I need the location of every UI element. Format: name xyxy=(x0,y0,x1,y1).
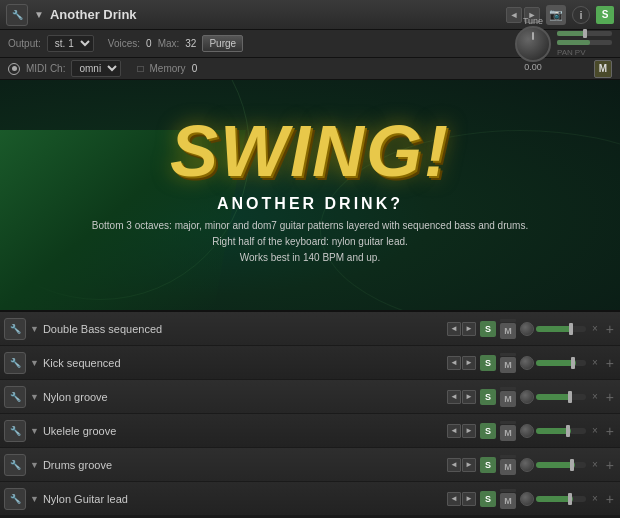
instrument-icon-0: 🔧 xyxy=(4,318,26,340)
instrument-icon-2: 🔧 xyxy=(4,386,26,408)
row-m-area-2: M xyxy=(500,387,516,407)
row-m-indicator-4 xyxy=(500,455,516,458)
row-prev-1[interactable]: ◄ xyxy=(447,356,461,370)
row-m-indicator-3 xyxy=(500,421,516,424)
row-m-area-3: M xyxy=(500,421,516,441)
row-m-area-4: M xyxy=(500,455,516,475)
row-fader-5[interactable] xyxy=(536,496,586,502)
row-collapse-1[interactable]: ▼ xyxy=(30,358,39,368)
row-m-area-0: M xyxy=(500,319,516,339)
purge-button[interactable]: Purge xyxy=(202,35,243,52)
row-prev-4[interactable]: ◄ xyxy=(447,458,461,472)
instrument-name-4: Drums groove xyxy=(43,459,443,471)
row-prev-0[interactable]: ◄ xyxy=(447,322,461,336)
row-m-button-5[interactable]: M xyxy=(500,493,516,509)
output-select[interactable]: st. 1 xyxy=(47,35,94,52)
row-nav-3: ◄ ► xyxy=(447,424,476,438)
row-s-button-1[interactable]: S xyxy=(480,355,496,371)
row-plus-button-2[interactable]: + xyxy=(604,389,616,405)
instrument-row: 🔧 ▼ Ukelele groove ◄ ► S M × + xyxy=(0,414,620,448)
row-m-button-1[interactable]: M xyxy=(500,357,516,373)
row-collapse-2[interactable]: ▼ xyxy=(30,392,39,402)
row-fader-3[interactable] xyxy=(536,428,586,434)
row-m-indicator-0 xyxy=(500,319,516,322)
collapse-toggle[interactable]: ▼ xyxy=(34,9,44,20)
row-close-button-4[interactable]: × xyxy=(590,459,600,470)
row-knob-3[interactable] xyxy=(520,424,534,438)
row-knob-1[interactable] xyxy=(520,356,534,370)
row-next-0[interactable]: ► xyxy=(462,322,476,336)
row-plus-button-0[interactable]: + xyxy=(604,321,616,337)
instrument-description: Bottom 3 octaves: major, minor and dom7 … xyxy=(0,218,620,266)
instrument-name-3: Ukelele groove xyxy=(43,425,443,437)
row-fader-thumb-0 xyxy=(569,323,573,335)
memory-value: 0 xyxy=(192,63,198,74)
row-nav-2: ◄ ► xyxy=(447,390,476,404)
instrument-area: SWING! ANOTHER DRINK? Bottom 3 octaves: … xyxy=(0,80,620,310)
row-next-1[interactable]: ► xyxy=(462,356,476,370)
row-collapse-0[interactable]: ▼ xyxy=(30,324,39,334)
row-close-button-1[interactable]: × xyxy=(590,357,600,368)
instrument-name-0: Double Bass sequenced xyxy=(43,323,443,335)
row-next-3[interactable]: ► xyxy=(462,424,476,438)
instrument-title: Another Drink xyxy=(50,7,500,22)
instrument-list: 🔧 ▼ Double Bass sequenced ◄ ► S M × + 🔧 … xyxy=(0,310,620,516)
midi-icon xyxy=(8,63,20,75)
row-close-button-5[interactable]: × xyxy=(590,493,600,504)
pan-min-label: PAN xyxy=(557,48,573,57)
row-prev-3[interactable]: ◄ xyxy=(447,424,461,438)
row-next-2[interactable]: ► xyxy=(462,390,476,404)
row-fader-area-5 xyxy=(520,492,586,506)
row-s-button-4[interactable]: S xyxy=(480,457,496,473)
tune-knob[interactable] xyxy=(515,26,551,62)
row-fader-2[interactable] xyxy=(536,394,586,400)
row-plus-button-5[interactable]: + xyxy=(604,491,616,507)
instrument-icon-3: 🔧 xyxy=(4,420,26,442)
row-collapse-5[interactable]: ▼ xyxy=(30,494,39,504)
midi-select[interactable]: omni xyxy=(71,60,121,77)
row-next-5[interactable]: ► xyxy=(462,492,476,506)
m-button-main[interactable]: M xyxy=(594,60,612,78)
instrument-row: 🔧 ▼ Double Bass sequenced ◄ ► S M × + xyxy=(0,312,620,346)
row-knob-0[interactable] xyxy=(520,322,534,336)
row-m-button-2[interactable]: M xyxy=(500,391,516,407)
row-collapse-3[interactable]: ▼ xyxy=(30,426,39,436)
row-fader-area-1 xyxy=(520,356,586,370)
row-s-button-5[interactable]: S xyxy=(480,491,496,507)
row-m-button-4[interactable]: M xyxy=(500,459,516,475)
row-s-button-0[interactable]: S xyxy=(480,321,496,337)
row-fader-fill-5 xyxy=(536,496,573,502)
another-drink-title: ANOTHER DRINK? xyxy=(0,195,620,213)
row-prev-2[interactable]: ◄ xyxy=(447,390,461,404)
row-nav-1: ◄ ► xyxy=(447,356,476,370)
row-knob-2[interactable] xyxy=(520,390,534,404)
row-next-4[interactable]: ► xyxy=(462,458,476,472)
voices-label: Voices: xyxy=(108,38,140,49)
row-prev-5[interactable]: ◄ xyxy=(447,492,461,506)
row-knob-5[interactable] xyxy=(520,492,534,506)
row-plus-button-4[interactable]: + xyxy=(604,457,616,473)
row-plus-button-3[interactable]: + xyxy=(604,423,616,439)
max-value: 32 xyxy=(185,38,196,49)
row-fader-area-4 xyxy=(520,458,586,472)
row-close-button-2[interactable]: × xyxy=(590,391,600,402)
row-fader-fill-2 xyxy=(536,394,572,400)
row-m-indicator-1 xyxy=(500,353,516,356)
row-fader-1[interactable] xyxy=(536,360,586,366)
row-fader-thumb-4 xyxy=(570,459,574,471)
row-collapse-4[interactable]: ▼ xyxy=(30,460,39,470)
row-fader-fill-1 xyxy=(536,360,576,366)
row-s-button-2[interactable]: S xyxy=(480,389,496,405)
row-s-button-3[interactable]: S xyxy=(480,423,496,439)
row-knob-4[interactable] xyxy=(520,458,534,472)
row-fader-0[interactable] xyxy=(536,326,586,332)
max-label: Max: xyxy=(158,38,180,49)
row-fader-fill-0 xyxy=(536,326,574,332)
row-m-button-3[interactable]: M xyxy=(500,425,516,441)
row-fader-4[interactable] xyxy=(536,462,586,468)
row-close-button-0[interactable]: × xyxy=(590,323,600,334)
instrument-icon-5: 🔧 xyxy=(4,488,26,510)
row-plus-button-1[interactable]: + xyxy=(604,355,616,371)
row-m-button-0[interactable]: M xyxy=(500,323,516,339)
row-close-button-3[interactable]: × xyxy=(590,425,600,436)
